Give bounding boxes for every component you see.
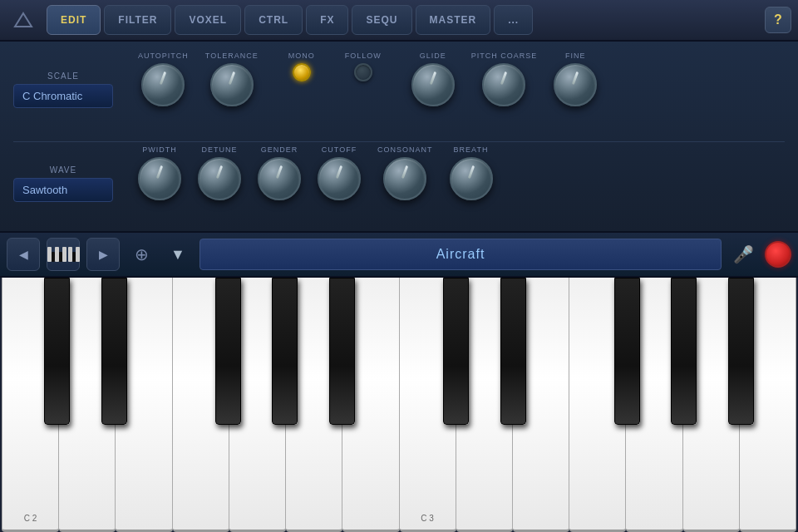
row2: WAVE Sawtooth PWIDTH DETUNE GENDER CUTOF… xyxy=(13,145,785,229)
mono-follow-row: MONO FOLLOW xyxy=(283,52,387,81)
wave-value[interactable]: Sawtooth xyxy=(13,178,113,202)
piano-icon xyxy=(47,247,80,262)
fine-knob[interactable] xyxy=(554,63,597,106)
gender-knob[interactable] xyxy=(258,157,301,200)
pitch-coarse-knob[interactable] xyxy=(482,63,525,106)
gender-group: GENDER xyxy=(258,145,301,200)
scale-label: SCALE xyxy=(13,71,113,81)
detune-knob[interactable] xyxy=(198,157,241,200)
tab-more[interactable]: ... xyxy=(494,5,533,35)
mono-label: MONO xyxy=(288,52,315,60)
glide-knob[interactable] xyxy=(411,63,455,106)
tolerance-group: TOLERANCE xyxy=(205,52,259,106)
breath-group: BREATH xyxy=(450,145,493,200)
scale-selector[interactable]: SCALE C Chromatic xyxy=(13,71,113,108)
next-button[interactable]: ▶ xyxy=(86,238,120,271)
mono-toggle-group: MONO xyxy=(288,52,315,81)
tolerance-label: TOLERANCE xyxy=(205,52,259,60)
logo xyxy=(7,5,40,35)
detune-group: DETUNE xyxy=(198,145,241,200)
tab-fx[interactable]: FX xyxy=(306,5,348,35)
c3-label: C 3 xyxy=(421,514,434,523)
help-button[interactable]: ? xyxy=(765,7,791,33)
glide-label: GLIDE xyxy=(420,52,446,60)
autopitch-label: AUTOPITCH xyxy=(138,52,189,60)
record-button[interactable] xyxy=(765,241,791,268)
black-key-gs2[interactable] xyxy=(272,278,298,425)
follow-label: FOLLOW xyxy=(345,52,382,60)
piano-icon-button[interactable] xyxy=(47,238,80,271)
autopitch-group: AUTOPITCH xyxy=(138,52,189,106)
pitch-coarse-label: PITCH COARSE xyxy=(471,52,538,60)
tab-voxel[interactable]: VOXEL xyxy=(175,5,241,35)
black-key-cs3[interactable] xyxy=(443,278,469,425)
mono-toggle[interactable] xyxy=(293,63,311,81)
prev-icon: ◀ xyxy=(19,248,28,261)
detune-label: DETUNE xyxy=(201,145,237,154)
breath-knob[interactable] xyxy=(450,157,493,200)
pitch-coarse-group: PITCH COARSE xyxy=(471,52,538,106)
tab-ctrl[interactable]: CTRL xyxy=(244,5,303,35)
tab-sequ[interactable]: SEQU xyxy=(352,5,411,35)
prev-button[interactable]: ◀ xyxy=(7,238,40,271)
glide-group: GLIDE xyxy=(411,52,455,106)
wave-label: WAVE xyxy=(13,165,113,175)
pwidth-label: PWIDTH xyxy=(142,145,177,154)
tab-master[interactable]: MASTER xyxy=(416,5,491,35)
cutoff-label: CUTOFF xyxy=(322,145,357,154)
gender-label: GENDER xyxy=(261,145,298,154)
settings-button[interactable]: ⊕ xyxy=(126,239,156,270)
black-key-ds2[interactable] xyxy=(101,278,127,425)
row-divider xyxy=(13,141,785,142)
wave-selector[interactable]: WAVE Sawtooth xyxy=(13,165,113,202)
scale-value[interactable]: C Chromatic xyxy=(13,84,113,108)
tab-edit[interactable]: EDIT xyxy=(47,5,101,35)
autopitch-knob[interactable] xyxy=(141,63,185,106)
dropdown-button[interactable]: ▼ xyxy=(163,239,193,270)
black-key-fs2[interactable] xyxy=(215,278,241,425)
pwidth-knob[interactable] xyxy=(138,157,181,200)
svg-marker-0 xyxy=(15,13,32,27)
follow-toggle-group: FOLLOW xyxy=(345,52,382,81)
consonant-knob[interactable] xyxy=(383,157,426,200)
c2-label: C 2 xyxy=(24,514,37,523)
mic-button[interactable]: 🎤 xyxy=(728,239,758,270)
pwidth-group: PWIDTH xyxy=(138,145,181,200)
cutoff-knob[interactable] xyxy=(318,157,361,200)
mono-follow-section: MONO FOLLOW xyxy=(283,52,387,86)
preset-display[interactable]: Aircraft xyxy=(200,239,722,270)
top-navigation: EDIT FILTER VOXEL CTRL FX SEQU MASTER ..… xyxy=(0,0,798,42)
consonant-label: CONSONANT xyxy=(377,145,433,154)
next-icon: ▶ xyxy=(99,248,108,261)
consonant-group: CONSONANT xyxy=(377,145,433,200)
transport-bar: ◀ ▶ ⊕ ▼ Aircraft 🎤 xyxy=(0,233,798,278)
main-panel: SCALE C Chromatic AUTOPITCH TOLERANCE MO… xyxy=(0,42,798,233)
tab-filter[interactable]: FILTER xyxy=(104,5,171,35)
piano-keyboard: C 2 C 3 xyxy=(0,278,798,532)
cutoff-group: CUTOFF xyxy=(318,145,361,200)
breath-label: BREATH xyxy=(454,145,489,154)
black-key-fs3[interactable] xyxy=(614,278,640,425)
black-key-gs3[interactable] xyxy=(671,278,697,425)
black-key-as2[interactable] xyxy=(329,278,355,425)
tolerance-knob[interactable] xyxy=(210,63,254,106)
black-key-as3[interactable] xyxy=(728,278,754,425)
fine-group: FINE xyxy=(554,52,597,106)
black-key-ds3[interactable] xyxy=(500,278,526,425)
follow-toggle[interactable] xyxy=(354,63,372,81)
row1: SCALE C Chromatic AUTOPITCH TOLERANCE MO… xyxy=(13,52,785,135)
black-key-cs2[interactable] xyxy=(44,278,70,425)
fine-label: FINE xyxy=(565,52,586,60)
